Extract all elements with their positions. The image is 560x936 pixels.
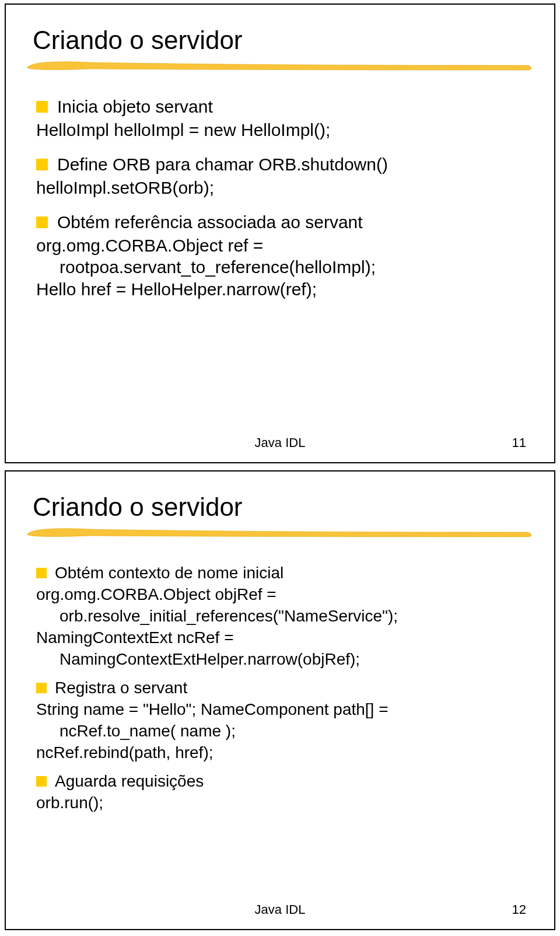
page-number: 11 xyxy=(512,435,526,450)
code-line: rootpoa.servant_to_reference(helloImpl); xyxy=(36,256,527,278)
bullet-text: Obtém contexto de nome inicial xyxy=(55,563,284,583)
bullet-icon xyxy=(36,159,48,170)
code-line: orb.resolve_initial_references("NameServ… xyxy=(36,606,527,626)
bullet-text: Aguarda requisições xyxy=(55,771,204,791)
code-line: ncRef.to_name( name ); xyxy=(36,721,527,741)
bullet-item: Registra o servant xyxy=(36,677,527,698)
bullet-item: Aguarda requisições xyxy=(36,771,527,791)
bullet-item: Obtém referência associada ao servant xyxy=(36,211,527,233)
slide-footer: Java IDL xyxy=(6,902,554,917)
code-line: HelloImpl helloImpl = new HelloImpl(); xyxy=(36,119,527,141)
code-line: org.omg.CORBA.Object ref = xyxy=(36,235,527,257)
bullet-text: Obtém referência associada ao servant xyxy=(57,211,363,233)
page-stack: Criando o servidor Inicia objeto servant… xyxy=(0,0,560,934)
code-line: NamingContextExtHelper.narrow(objRef); xyxy=(36,649,527,669)
slide-content: Obtém contexto de nome inicial org.omg.C… xyxy=(33,563,527,813)
slide-title: Criando o servidor xyxy=(33,493,527,522)
bullet-item: Obtém contexto de nome inicial xyxy=(36,563,527,583)
title-underline xyxy=(33,526,527,539)
code-line: NamingContextExt ncRef = xyxy=(36,627,527,648)
bullet-item: Inicia objeto servant xyxy=(36,96,527,118)
bullet-text: Registra o servant xyxy=(55,677,187,698)
slide-title: Criando o servidor xyxy=(33,26,527,55)
bullet-text: Inicia objeto servant xyxy=(57,96,213,118)
bullet-icon xyxy=(36,776,47,787)
bullet-icon xyxy=(36,101,48,113)
slide-frame-1: Criando o servidor Inicia objeto servant… xyxy=(5,4,555,463)
slide-frame-2: Criando o servidor Obtém contexto de nom… xyxy=(5,470,555,930)
title-underline xyxy=(33,60,527,72)
code-line: orb.run(); xyxy=(36,792,527,813)
code-line: String name = "Hello"; NameComponent pat… xyxy=(36,699,527,720)
bullet-item: Define ORB para chamar ORB.shutdown() xyxy=(36,153,527,176)
code-line: org.omg.CORBA.Object objRef = xyxy=(36,584,527,605)
code-line: ncRef.rebind(path, href); xyxy=(36,742,527,763)
bullet-text: Define ORB para chamar ORB.shutdown() xyxy=(57,153,388,176)
page-number: 12 xyxy=(512,902,526,917)
bullet-icon xyxy=(36,216,48,228)
bullet-icon xyxy=(36,568,47,578)
code-line: helloImpl.setORB(orb); xyxy=(36,177,527,199)
bullet-icon xyxy=(36,683,47,693)
slide-footer: Java IDL xyxy=(6,435,554,450)
code-line: Hello href = HelloHelper.narrow(ref); xyxy=(36,278,527,301)
slide-content: Inicia objeto servant HelloImpl helloImp… xyxy=(33,96,527,300)
